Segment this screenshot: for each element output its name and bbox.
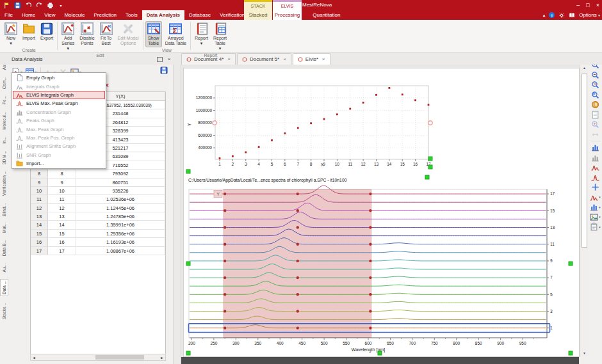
menu-item-empty-graph[interactable]: Empty Graph: [13, 74, 105, 82]
table-row[interactable]: 11111.02536e+06: [31, 195, 165, 203]
tab-molecule[interactable]: Molecule: [60, 10, 89, 20]
float-panel-icon[interactable]: [157, 57, 163, 62]
tab-tools[interactable]: Tools: [121, 10, 142, 20]
customize-arrow-icon[interactable]: ▾: [57, 1, 65, 9]
tab-home[interactable]: Home: [17, 10, 40, 20]
y-cell[interactable]: 935226: [76, 187, 165, 194]
table-row[interactable]: 1010935226: [31, 187, 165, 195]
scatter-point[interactable]: [336, 113, 338, 115]
gear-icon[interactable]: [558, 12, 565, 19]
scatter-point[interactable]: [388, 87, 390, 89]
report-button[interactable]: Report ▾: [193, 21, 210, 47]
max-peak-icon[interactable]: [591, 173, 599, 183]
dock-tab-verification[interactable]: Verification ...: [1, 171, 8, 196]
peak-marker[interactable]: [369, 327, 371, 329]
y-cell[interactable]: 1.25356e+06: [76, 230, 165, 237]
y-cell[interactable]: 860751: [76, 178, 165, 186]
peak-marker[interactable]: [297, 193, 299, 195]
x-cell[interactable]: 10: [48, 187, 76, 194]
tab-file[interactable]: File: [0, 10, 17, 20]
scatter-point[interactable]: [349, 108, 351, 110]
scatter-point[interactable]: [414, 99, 416, 101]
dock-tab-data[interactable]: Data ...: [0, 279, 8, 296]
scatter-point[interactable]: [428, 104, 430, 106]
scatter-point[interactable]: [245, 152, 247, 154]
x-cell[interactable]: 13: [48, 212, 76, 220]
peak-marker[interactable]: [297, 327, 299, 329]
document-tab-document-5-[interactable]: Document 5*×: [237, 53, 291, 65]
selection-handle[interactable]: [213, 121, 216, 125]
table-horizontal-scrollbar[interactable]: ◀ ▶: [30, 354, 166, 361]
selection-handle[interactable]: [186, 170, 190, 173]
table-row[interactable]: 16161.16193e+06: [31, 238, 165, 246]
selection-handle[interactable]: [186, 262, 190, 265]
close-tab-icon[interactable]: ×: [283, 56, 286, 62]
peak-marker[interactable]: [224, 193, 226, 195]
overlay-graph-icon[interactable]: ▾: [590, 202, 601, 212]
x-cell[interactable]: 8: [48, 170, 76, 177]
peak-marker[interactable]: [224, 226, 226, 228]
peak-marker[interactable]: [224, 276, 226, 279]
x-cell[interactable]: 14: [48, 221, 76, 228]
scroll-up-icon[interactable]: ▲: [580, 65, 589, 72]
panel-splitter[interactable]: [173, 65, 181, 364]
menu-item-import[interactable]: Import...: [13, 159, 105, 168]
dock-tab-stacke[interactable]: Stacke...: [1, 303, 8, 319]
y-cell[interactable]: 793092: [76, 170, 165, 177]
peak-marker[interactable]: [297, 243, 299, 246]
peak-marker[interactable]: [224, 260, 226, 262]
x-cell[interactable]: 15: [48, 230, 76, 237]
document-page[interactable]: 1234567891011121314151617400000600000800…: [183, 68, 580, 357]
app-flag-icon[interactable]: [3, 1, 10, 9]
tab-processing[interactable]: Processing: [273, 10, 302, 20]
scatter-point[interactable]: [232, 155, 234, 157]
peaks-icon[interactable]: [591, 162, 599, 173]
report-table-button[interactable]: Report Table ▾: [211, 21, 229, 52]
scatter-chart[interactable]: 1234567891011121314151617400000600000800…: [187, 86, 432, 169]
selection-handle[interactable]: [428, 121, 432, 125]
scatter-point[interactable]: [323, 118, 325, 120]
stacked-spectra-chart[interactable]: 1715131197531200250300350400450500550600…: [186, 170, 573, 355]
peak-marker[interactable]: [224, 327, 226, 329]
redo-icon[interactable]: [35, 1, 43, 9]
dock-tab-au[interactable]: Au...: [1, 264, 8, 272]
arrayed-data-table-button[interactable]: ΣArrayed Data Table: [163, 21, 188, 47]
add-series-button[interactable]: Add Series ▾: [60, 21, 76, 52]
peak-marker[interactable]: [297, 226, 299, 228]
tab-data-analysis[interactable]: Data Analysis: [142, 10, 184, 20]
y-cell[interactable]: 1.02536e+06: [76, 195, 165, 203]
show-table-button[interactable]: Show Table: [145, 21, 162, 47]
menu-item-elvis-integrals-graph[interactable]: ELViS Integrals Graph: [13, 91, 105, 99]
export-button[interactable]: Export: [38, 21, 55, 42]
close-button[interactable]: ×: [596, 2, 599, 8]
scatter-point[interactable]: [284, 132, 286, 134]
disable-points-button[interactable]: Disable Points: [77, 21, 96, 47]
scatter-point[interactable]: [219, 157, 221, 159]
peak-marker[interactable]: [369, 226, 371, 228]
options-button[interactable]: Options ▾: [579, 12, 600, 18]
table-row[interactable]: 15151.25356e+06: [31, 230, 165, 238]
y-cell[interactable]: 1.35991e+06: [76, 221, 165, 228]
tab-prediction[interactable]: Prediction: [89, 10, 121, 20]
scatter-point[interactable]: [271, 139, 273, 141]
fit-intensity-icon[interactable]: [591, 143, 599, 153]
zoom-selection-icon[interactable]: [591, 90, 599, 100]
y-cell[interactable]: 1.24785e+06: [76, 212, 165, 220]
x-cell[interactable]: 9: [48, 178, 76, 186]
menu-item-elvis-max-peak-graph[interactable]: ELViS Max. Peak Graph: [13, 99, 105, 107]
fit-to-best-button[interactable]: RFit To Best: [98, 21, 115, 47]
table-row[interactable]: 14141.35991e+06: [31, 221, 165, 229]
selection-handle[interactable]: [569, 262, 573, 265]
maximize-button[interactable]: □: [586, 2, 589, 8]
selection-handle[interactable]: [425, 175, 429, 179]
scroll-left-icon[interactable]: ◀: [31, 356, 37, 360]
peak-marker[interactable]: [369, 293, 371, 296]
manual-zoom-icon[interactable]: %: [591, 80, 599, 90]
table-row[interactable]: 17171.08867e+06: [31, 247, 165, 255]
peak-marker[interactable]: [224, 243, 226, 246]
snapshot-icon[interactable]: ▾: [590, 212, 601, 223]
y-cell[interactable]: 1.16193e+06: [76, 238, 165, 246]
scatter-point[interactable]: [297, 127, 299, 129]
crosshair-icon[interactable]: [591, 182, 599, 193]
dock-tab-molecul[interactable]: Molecul...: [1, 112, 8, 130]
